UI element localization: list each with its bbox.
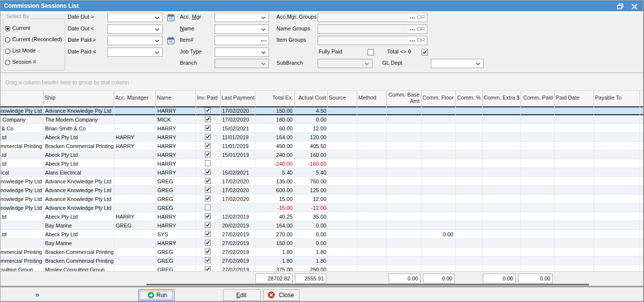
svg-text:31: 31 bbox=[169, 39, 173, 44]
svg-text:31: 31 bbox=[169, 16, 173, 21]
